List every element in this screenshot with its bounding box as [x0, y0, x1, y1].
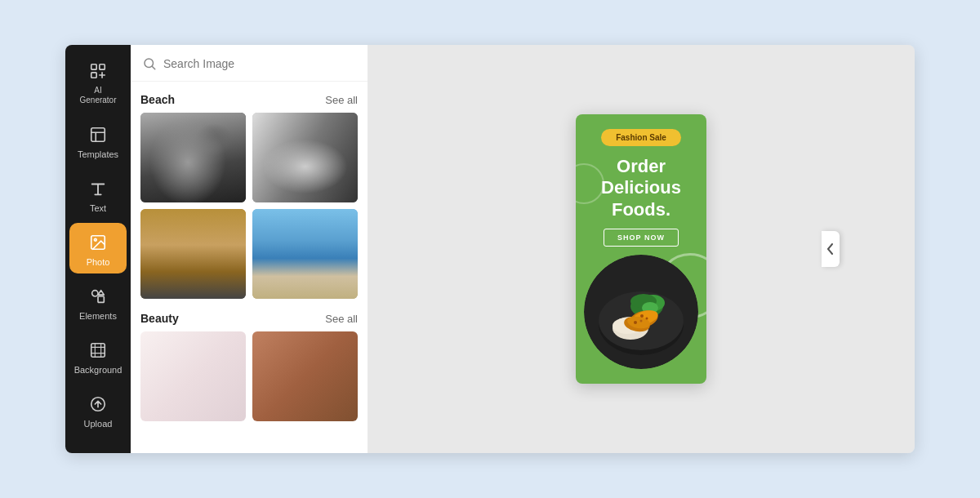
- food-svg: [588, 259, 694, 365]
- sidebar: AIGenerator Templates Text: [65, 45, 131, 453]
- sidebar-item-upload[interactable]: Upload: [69, 385, 127, 435]
- sidebar-item-templates[interactable]: Templates: [69, 115, 127, 166]
- text-icon: [87, 177, 109, 200]
- sidebar-item-ai-generator-label: AIGenerator: [79, 86, 116, 105]
- sidebar-item-text-label: Text: [90, 203, 106, 213]
- templates-icon: [87, 123, 109, 146]
- card-badge: Fashion Sale: [601, 129, 681, 146]
- svg-rect-1: [100, 64, 105, 69]
- panel-content: Beach See all Beauty See all: [131, 82, 368, 453]
- card-cta-button[interactable]: SHOP NOW: [604, 229, 679, 247]
- beauty-section-header: Beauty See all: [140, 312, 358, 325]
- search-input[interactable]: [163, 57, 356, 70]
- search-icon: [142, 56, 157, 71]
- beauty-image-1[interactable]: [140, 331, 246, 421]
- beauty-section-title: Beauty: [140, 312, 179, 325]
- beach-image-3[interactable]: [140, 209, 246, 299]
- beach-image-4[interactable]: [252, 209, 358, 299]
- beauty-image-grid: [140, 331, 358, 421]
- elements-icon: [87, 285, 109, 308]
- sidebar-item-templates-label: Templates: [78, 149, 118, 159]
- beauty-see-all[interactable]: See all: [325, 313, 358, 325]
- sidebar-item-background-label: Background: [74, 365, 122, 375]
- svg-point-25: [634, 321, 637, 324]
- svg-point-6: [92, 291, 98, 296]
- svg-rect-3: [91, 128, 105, 142]
- sidebar-item-photo[interactable]: Photo: [69, 223, 127, 273]
- svg-rect-7: [98, 296, 104, 302]
- beach-section-header: Beach See all: [140, 93, 358, 106]
- upload-icon: [87, 393, 109, 416]
- card-food-image: [584, 255, 698, 369]
- svg-point-10: [145, 59, 154, 68]
- sidebar-item-background[interactable]: Background: [69, 331, 127, 381]
- beach-image-grid: [140, 113, 358, 299]
- beach-section-title: Beach: [140, 93, 175, 106]
- svg-rect-8: [91, 344, 105, 358]
- design-card: Fashion Sale Order Delicious Foods. SHOP…: [576, 114, 706, 384]
- sidebar-item-elements-label: Elements: [79, 311, 117, 321]
- ai-icon: [87, 60, 109, 82]
- svg-rect-0: [91, 64, 96, 69]
- svg-point-26: [640, 320, 643, 322]
- svg-point-24: [646, 318, 648, 320]
- svg-point-5: [94, 238, 96, 241]
- sidebar-item-text[interactable]: Text: [69, 169, 127, 220]
- beauty-image-2[interactable]: [252, 331, 358, 421]
- sidebar-item-elements[interactable]: Elements: [69, 277, 127, 327]
- svg-rect-2: [91, 73, 96, 78]
- search-bar: [131, 45, 368, 82]
- background-icon: [87, 339, 109, 362]
- sidebar-item-ai-generator[interactable]: AIGenerator: [69, 51, 127, 112]
- card-title: Order Delicious Foods.: [576, 156, 706, 220]
- beach-image-2[interactable]: [252, 113, 358, 202]
- canvas-area: Fashion Sale Order Delicious Foods. SHOP…: [368, 45, 915, 453]
- photo-icon: [87, 231, 109, 254]
- svg-point-23: [640, 314, 644, 318]
- beach-image-1[interactable]: [140, 113, 246, 202]
- sidebar-item-upload-label: Upload: [84, 419, 113, 429]
- collapse-panel-button[interactable]: [822, 231, 840, 267]
- image-panel: Beach See all Beauty See all: [131, 45, 368, 453]
- beach-see-all[interactable]: See all: [325, 94, 358, 106]
- sidebar-item-photo-label: Photo: [87, 257, 110, 267]
